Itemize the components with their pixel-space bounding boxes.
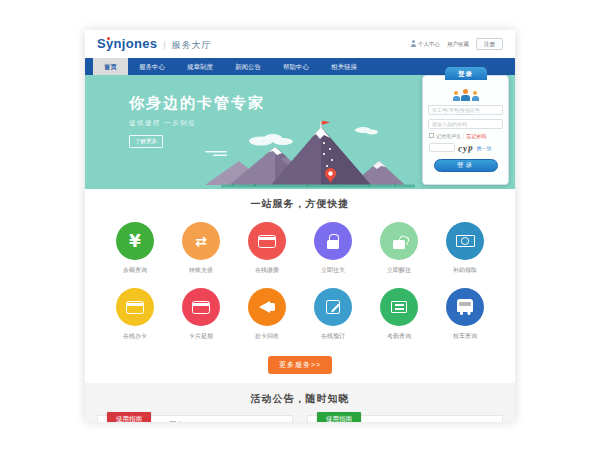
personal-center-link[interactable]: 个人中心 xyxy=(411,41,440,48)
account-input[interactable] xyxy=(428,105,503,115)
users-group-icon xyxy=(423,88,508,101)
service-label: 转账充值 xyxy=(168,266,234,275)
person-icon xyxy=(472,96,479,102)
hero-text-block: 你身边的卡管专家 提供捷径 一步到位 了解更多 xyxy=(129,94,265,148)
usage-guide-ribbon[interactable]: 使用指南 xyxy=(317,412,361,422)
captcha-input[interactable] xyxy=(429,143,455,152)
banknote-icon xyxy=(446,222,484,260)
nav-item-news[interactable]: 新闻公告 xyxy=(224,58,272,75)
service-online-card-apply[interactable]: 在线办卡 xyxy=(102,288,168,341)
service-online-payment[interactable]: 在线缴费 xyxy=(234,222,300,275)
register-button[interactable]: 注册 xyxy=(476,38,503,50)
usage-guide-ribbon[interactable]: 使用指南 xyxy=(107,412,151,422)
transfer-arrows-icon: ⇄ xyxy=(182,222,220,260)
person-icon xyxy=(461,95,470,102)
edit-pencil-icon xyxy=(314,288,352,326)
login-submit-button[interactable]: 登录 xyxy=(434,159,498,172)
remember-label: 记住用户名 xyxy=(436,133,461,139)
logo-divider: | xyxy=(163,40,165,50)
service-label: 在线预订 xyxy=(300,332,366,341)
password-input[interactable] xyxy=(428,119,503,129)
service-report-loss[interactable]: 立即挂失 xyxy=(300,222,366,275)
header-links: 个人中心 用户收藏 注册 xyxy=(411,38,503,50)
site-name: 服务大厅 xyxy=(172,39,212,52)
bus-icon xyxy=(446,288,484,326)
lock-closed-icon xyxy=(314,222,352,260)
service-online-booking[interactable]: 在线预订 xyxy=(300,288,366,341)
header: Synjones | 服务大厅 个人中心 用户收藏 注册 xyxy=(85,30,515,58)
hero-title: 你身边的卡管专家 xyxy=(129,94,265,113)
service-attendance-query[interactable]: 考勤查询 xyxy=(366,288,432,341)
forgot-password-link[interactable]: 忘记密码 xyxy=(466,133,486,139)
latest-announcements-tab[interactable]: 最新公告 xyxy=(162,420,190,422)
service-balance-query[interactable]: ¥ 余额查询 xyxy=(102,222,168,275)
guide-panel-right: 使用指南 更多>> xyxy=(307,415,503,422)
more-services-button[interactable]: 更多服务>> xyxy=(268,356,332,374)
services-row-2: 在线办卡 卡片延期 拾卡回收 在线预订 考勤查询 校车查询 xyxy=(85,288,515,341)
services-row-1: ¥ 余额查询 ⇄ 转账充值 在线缴费 立即挂失 立即解挂 补助领取 xyxy=(85,222,515,275)
link-separator: | xyxy=(463,133,464,139)
service-label: 拾卡回收 xyxy=(234,332,300,341)
hero-cta-button[interactable]: 了解更多 xyxy=(129,135,163,148)
login-panel: 登录 记住用户名 | 忘记密码 cyp 换一张 登录 xyxy=(422,75,509,185)
service-school-bus-query[interactable]: 校车查询 xyxy=(432,288,498,341)
service-card-extension[interactable]: 卡片延期 xyxy=(168,288,234,341)
nav-item-home[interactable]: 首页 xyxy=(93,58,128,75)
nav-item-help-center[interactable]: 帮助中心 xyxy=(272,58,320,75)
nav-item-rules[interactable]: 规章制度 xyxy=(176,58,224,75)
bank-card-icon xyxy=(116,288,154,326)
nav-item-service-center[interactable]: 服务中心 xyxy=(128,58,176,75)
site-container: Synjones | 服务大厅 个人中心 用户收藏 注册 首页 服务中心 规章制… xyxy=(85,30,515,422)
activity-section: 活动公告，随时知晓 使用指南 最新公告 更多>> 使用指南 更多>> xyxy=(85,383,515,422)
guide-panel-left: 使用指南 最新公告 更多>> xyxy=(97,415,293,422)
service-label: 卡片延期 xyxy=(168,332,234,341)
person-icon xyxy=(411,44,416,47)
services-section: 一站服务，方便快捷 ¥ 余额查询 ⇄ 转账充值 在线缴费 立即挂失 立即解挂 xyxy=(85,189,515,374)
yen-sign-icon: ¥ xyxy=(116,222,154,260)
activity-title: 活动公告，随时知晓 xyxy=(97,392,503,406)
service-cancel-loss[interactable]: 立即解挂 xyxy=(366,222,432,275)
more-link[interactable]: 更多>> xyxy=(267,422,284,423)
remember-row: 记住用户名 | 忘记密码 xyxy=(429,133,502,139)
user-favorites-link[interactable]: 用户收藏 xyxy=(447,41,469,48)
hero-subtitle: 提供捷径 一步到位 xyxy=(129,119,265,128)
panel-header: 使用指南 最新公告 更多>> xyxy=(98,416,292,422)
logo[interactable]: Synjones | 服务大厅 xyxy=(97,36,212,52)
service-label: 在线办卡 xyxy=(102,332,168,341)
megaphone-icon xyxy=(248,288,286,326)
activity-panels: 使用指南 最新公告 更多>> 使用指南 更多>> xyxy=(97,415,503,422)
person-icon xyxy=(453,96,460,102)
services-title: 一站服务，方便快捷 xyxy=(85,197,515,211)
more-link[interactable]: 更多>> xyxy=(477,422,494,423)
lock-open-icon xyxy=(380,222,418,260)
bank-card-icon xyxy=(182,288,220,326)
service-label: 立即解挂 xyxy=(366,266,432,275)
service-label: 补助领取 xyxy=(432,266,498,275)
service-subsidy-collect[interactable]: 补助领取 xyxy=(432,222,498,275)
service-label: 立即挂失 xyxy=(300,266,366,275)
captcha-row: cyp 换一张 xyxy=(429,143,502,153)
attendance-list-icon xyxy=(380,288,418,326)
service-transfer-recharge[interactable]: ⇄ 转账充值 xyxy=(168,222,234,275)
service-label: 考勤查询 xyxy=(366,332,432,341)
bank-card-icon xyxy=(248,222,286,260)
logo-accent-dot xyxy=(107,37,110,40)
login-tab[interactable]: 登录 xyxy=(445,67,487,80)
service-label: 余额查询 xyxy=(102,266,168,275)
captcha-image[interactable]: cyp xyxy=(458,142,474,153)
captcha-refresh-link[interactable]: 换一张 xyxy=(477,145,492,151)
nav-item-related-links[interactable]: 相关链接 xyxy=(320,58,368,75)
remember-checkbox[interactable] xyxy=(429,133,434,138)
panel-header: 使用指南 更多>> xyxy=(308,416,502,422)
service-found-card[interactable]: 拾卡回收 xyxy=(234,288,300,341)
personal-center-label: 个人中心 xyxy=(418,41,440,48)
service-label: 在线缴费 xyxy=(234,266,300,275)
service-label: 校车查询 xyxy=(432,332,498,341)
